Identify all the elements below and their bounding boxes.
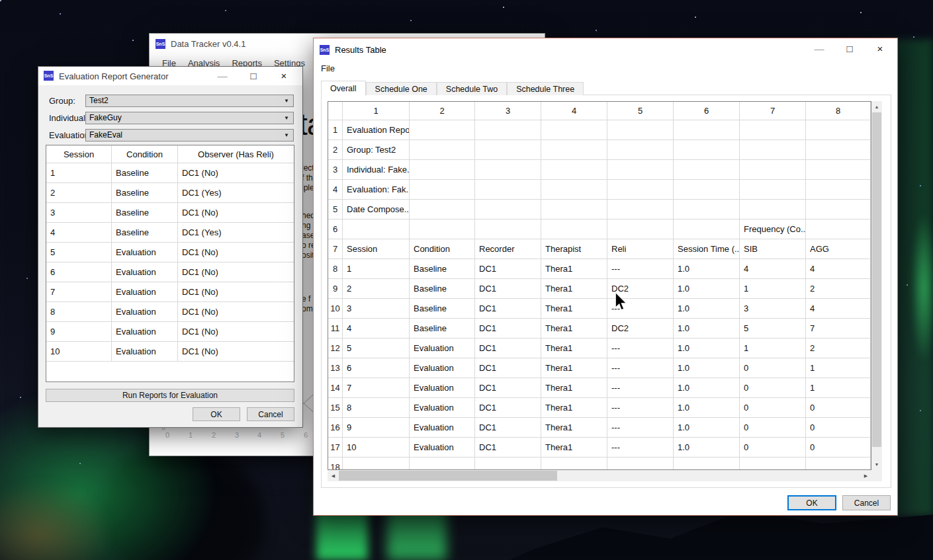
grid-cell[interactable]: 7 (806, 319, 871, 339)
grid-cell[interactable] (541, 200, 607, 220)
grid-cell[interactable]: Baseline (410, 259, 475, 279)
grid-cell[interactable]: Evaluation (410, 378, 475, 398)
grid-cell[interactable]: --- (607, 378, 674, 398)
ok-button[interactable]: OK (787, 495, 836, 510)
grid-cell[interactable]: 4 (343, 319, 410, 339)
grid-cell[interactable] (674, 458, 740, 470)
grid-cell[interactable]: DC1 (475, 339, 541, 358)
cancel-button[interactable]: Cancel (842, 495, 891, 510)
grid-cell[interactable]: 1 (343, 259, 410, 279)
grid-cell[interactable]: AGG (806, 239, 871, 259)
grid-cell[interactable]: Condition (410, 239, 475, 259)
grid-cell[interactable]: 3 (343, 299, 410, 319)
grid-cell[interactable]: Thera1 (541, 319, 607, 339)
grid-cell[interactable]: 1.0 (674, 438, 740, 458)
grid-cell[interactable] (541, 220, 607, 239)
grid-cell[interactable] (410, 200, 475, 220)
scroll-right-icon[interactable]: ▶ (860, 470, 871, 481)
grid-cell[interactable]: Baseline (410, 319, 475, 339)
table-row[interactable]: 4BaselineDC1 (Yes) (46, 223, 294, 243)
grid-cell[interactable] (541, 180, 607, 200)
grid-cell[interactable] (674, 120, 740, 140)
grid-cell[interactable]: Thera1 (541, 358, 607, 378)
table-row[interactable]: 8EvaluationDC1 (No) (46, 302, 294, 322)
grid-cell[interactable]: Frequency (Co... (740, 220, 806, 239)
grid-cell[interactable]: 10 (343, 438, 410, 458)
grid-cell[interactable] (410, 220, 475, 239)
grid-cell[interactable]: Baseline (410, 279, 475, 299)
grid-cell[interactable]: --- (607, 438, 674, 458)
grid-cell[interactable]: 7 (343, 378, 410, 398)
scrollbar-thumb[interactable] (872, 112, 881, 447)
grid-cell[interactable]: 1 (740, 339, 806, 358)
grid-cell[interactable]: DC1 (475, 418, 541, 438)
grid-cell[interactable] (410, 120, 475, 140)
grid-cell[interactable]: Thera1 (541, 398, 607, 418)
grid-cell[interactable]: 4 (806, 299, 871, 319)
tab-overall[interactable]: Overall (321, 81, 366, 96)
row-header[interactable]: 10 (328, 299, 343, 319)
grid-cell[interactable] (410, 160, 475, 180)
grid-cell[interactable] (475, 120, 541, 140)
grid-cell[interactable] (740, 160, 806, 180)
row-header[interactable]: 3 (328, 160, 343, 180)
grid-cell[interactable]: Evaluation (410, 358, 475, 378)
row-header[interactable]: 15 (328, 398, 343, 418)
grid-cell[interactable]: 1.0 (674, 339, 740, 358)
grid-cell[interactable]: 1.0 (674, 319, 740, 339)
row-header[interactable]: 6 (328, 220, 343, 239)
grid-cell[interactable]: --- (607, 398, 674, 418)
scroll-down-icon[interactable]: ▼ (871, 459, 882, 470)
grid-cell[interactable] (806, 220, 871, 239)
grid-cell[interactable] (740, 200, 806, 220)
grid-cell[interactable] (410, 140, 475, 160)
column-header[interactable]: 6 (674, 102, 740, 120)
grid-cell[interactable]: 4 (740, 259, 806, 279)
menu-item-file[interactable]: File (316, 61, 340, 76)
grid-cell[interactable] (607, 160, 674, 180)
grid-cell[interactable]: 1.0 (674, 398, 740, 418)
cancel-button[interactable]: Cancel (247, 407, 294, 421)
table-row[interactable]: 1BaselineDC1 (No) (46, 163, 294, 183)
table-row[interactable]: 5EvaluationDC1 (No) (46, 243, 294, 262)
individual-dropdown[interactable]: FakeGuy ▼ (85, 112, 294, 124)
grid-cell[interactable]: Session (343, 239, 410, 259)
grid-cell[interactable]: 2 (343, 279, 410, 299)
grid-cell[interactable]: Baseline (410, 299, 475, 319)
grid-cell[interactable]: Thera1 (541, 438, 607, 458)
grid-cell[interactable] (541, 140, 607, 160)
grid-cell[interactable] (806, 120, 871, 140)
grid-cell[interactable]: 2 (806, 279, 871, 299)
grid-cell[interactable] (806, 458, 871, 470)
grid-cell[interactable]: 4 (806, 259, 871, 279)
row-header[interactable]: 5 (328, 200, 343, 220)
grid-cell[interactable]: DC1 (475, 299, 541, 319)
grid-cell[interactable]: SIB (740, 239, 806, 259)
column-header[interactable]: 8 (806, 102, 871, 120)
grid-cell[interactable]: Group: Test2 (343, 140, 410, 160)
column-header[interactable]: 3 (475, 102, 541, 120)
grid-cell[interactable]: Therapist (541, 239, 607, 259)
run-reports-button[interactable]: Run Reports for Evaluation (46, 389, 294, 402)
titlebar[interactable]: SnS Results Table — □ × (314, 38, 897, 61)
grid-cell[interactable] (475, 140, 541, 160)
ok-button[interactable]: OK (193, 407, 240, 421)
maximize-icon[interactable]: □ (244, 70, 263, 82)
table-row[interactable]: 2BaselineDC1 (Yes) (46, 183, 294, 203)
row-header[interactable]: 7 (328, 239, 343, 259)
titlebar[interactable]: SnS Evaluation Report Generator — □ × (38, 67, 302, 85)
grid-cell[interactable]: Evaluation (410, 438, 475, 458)
scroll-left-icon[interactable]: ◀ (328, 470, 339, 481)
group-dropdown[interactable]: Test2 ▼ (85, 95, 294, 107)
grid-cell[interactable] (607, 120, 674, 140)
row-header[interactable]: 11 (328, 319, 343, 339)
grid-cell[interactable] (806, 200, 871, 220)
grid-cell[interactable]: Thera1 (541, 418, 607, 438)
grid-cell[interactable]: Reli (607, 239, 674, 259)
grid-cell[interactable]: DC1 (475, 438, 541, 458)
grid-cell[interactable]: 1 (806, 378, 871, 398)
grid-cell[interactable]: 1.0 (674, 259, 740, 279)
grid-cell[interactable]: Thera1 (541, 279, 607, 299)
grid-cell[interactable] (475, 458, 541, 470)
grid-cell[interactable] (410, 180, 475, 200)
